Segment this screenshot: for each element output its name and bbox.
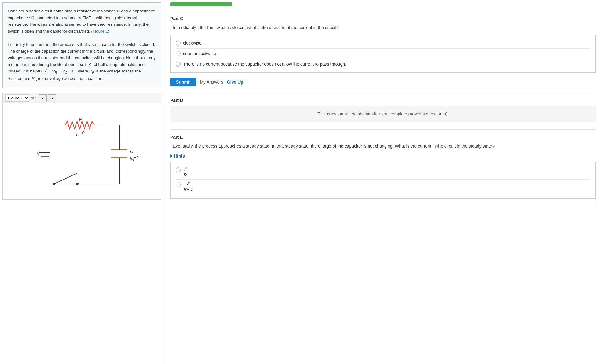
hints-link[interactable]: Hints	[174, 154, 185, 158]
svg-text:i0
          =0: i0 =0	[75, 130, 84, 137]
part-c-btn-row: Submit My Answers Give Up	[170, 76, 596, 88]
part-e-section: Part E Eventually, the process approache…	[170, 130, 596, 204]
part-c-section: Part C Immediately after the switch is c…	[170, 11, 596, 93]
part-d-locked-box: This question will be shown after you co…	[170, 106, 596, 122]
svg-line-20	[54, 173, 77, 184]
option-counterclockwise[interactable]: counterclockwise	[176, 49, 591, 59]
give-up-link[interactable]: Give Up	[227, 80, 243, 84]
figure-prev-button[interactable]: ‹	[39, 94, 47, 102]
part-e-title: Part E	[170, 135, 596, 140]
svg-text:C: C	[130, 149, 133, 154]
svg-text:ℰ: ℰ	[36, 151, 40, 156]
radio-no-current[interactable]	[176, 62, 181, 67]
option-no-current[interactable]: There is no current because the capacito…	[176, 59, 591, 69]
circuit-diagram: R i0 =0 C q0=0	[20, 106, 144, 196]
part-c-options-box: clockwise counterclockwise There is no c…	[170, 35, 596, 73]
option-no-current-label: There is no current because the capacito…	[183, 61, 346, 67]
submit-button[interactable]: Submit	[170, 78, 196, 86]
option-e-fraction2-label: ℰ R+C	[183, 181, 193, 192]
figure-toolbar: Figure 1 of 2 ‹ ›	[3, 93, 161, 103]
option-e-fraction2[interactable]: ℰ R+C	[176, 180, 591, 194]
my-answers-button[interactable]: My Answers	[200, 80, 223, 84]
hints-row: Hints	[170, 154, 596, 158]
radio-clockwise[interactable]	[176, 41, 181, 46]
figure-panel: Figure 1 of 2 ‹ ›	[2, 93, 161, 200]
figure-1-link[interactable]: Figure 1	[93, 29, 108, 33]
progress-bar	[170, 2, 232, 6]
figure-select[interactable]: Figure 1	[5, 94, 29, 102]
part-d-section: Part D This question will be shown after…	[170, 93, 596, 130]
part-e-options-box: ℰ R ℰ R+C	[170, 162, 596, 199]
figure-next-button[interactable]: ›	[48, 94, 56, 102]
option-e-fraction1-label: ℰ R	[183, 167, 187, 178]
problem-paragraph-2: Let us try to understand the processes t…	[8, 41, 156, 83]
radio-counterclockwise[interactable]	[176, 51, 181, 56]
right-panel: Part C Immediately after the switch is c…	[164, 0, 602, 364]
radio-e-1[interactable]	[176, 167, 181, 172]
option-clockwise-label: clockwise	[183, 40, 202, 46]
part-d-title: Part D	[170, 98, 596, 103]
hints-triangle-icon	[170, 154, 173, 158]
figure-canvas: R i0 =0 C q0=0	[3, 103, 161, 199]
left-panel: Consider a series circuit containing a r…	[0, 0, 164, 364]
part-c-question: Immediately after the switch is closed, …	[170, 24, 596, 31]
part-e-question: Eventually, the process approaches a ste…	[170, 143, 596, 150]
option-clockwise[interactable]: clockwise	[176, 38, 591, 49]
part-c-title: Part C	[170, 16, 596, 21]
option-e-fraction1[interactable]: ℰ R	[176, 165, 591, 180]
problem-paragraph-1: Consider a series circuit containing a r…	[8, 8, 156, 34]
svg-text:q0=0: q0=0	[130, 155, 139, 162]
radio-e-2[interactable]	[176, 182, 181, 187]
figure-of-text: of 2	[31, 96, 37, 100]
option-counterclockwise-label: counterclockwise	[183, 50, 216, 57]
problem-text-box: Consider a series circuit containing a r…	[2, 2, 161, 88]
